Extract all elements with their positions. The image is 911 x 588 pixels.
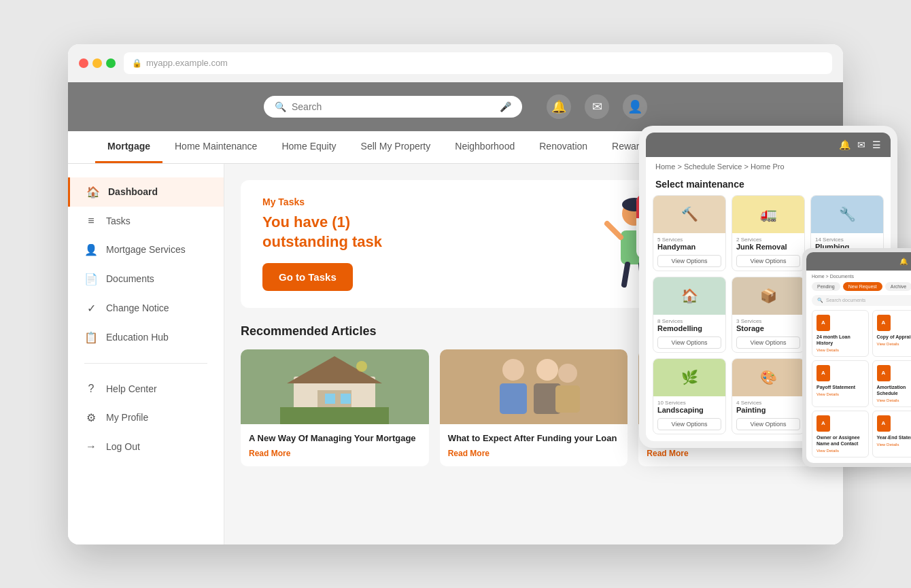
task-title: You have (1) outstanding task — [262, 213, 382, 252]
svg-rect-22 — [555, 385, 580, 413]
task-title-suffix: outstanding task — [262, 233, 382, 250]
storage-view-btn[interactable]: View Options — [736, 336, 800, 349]
phone-tab-archive[interactable]: Archive — [885, 282, 911, 291]
sidebar-item-logout[interactable]: → Log Out — [68, 432, 224, 461]
article-body-1: A New Way Of Managing Your Mortgage Read… — [241, 424, 429, 466]
article-readmore-2[interactable]: Read More — [448, 449, 620, 458]
mic-icon[interactable]: 🎤 — [500, 101, 511, 112]
sidebar-label-help: Help Center — [106, 383, 157, 394]
painting-count: 4 Services — [736, 400, 800, 406]
sidebar-label-dashboard: Dashboard — [108, 186, 158, 197]
go-tasks-button[interactable]: Go to Tasks — [262, 263, 353, 291]
doc-link-payoff[interactable]: View Details — [817, 392, 864, 396]
doc-name-payoff: Payoff Statement — [817, 384, 864, 390]
svg-point-14 — [356, 361, 367, 372]
sidebar-item-education-hub[interactable]: 📋 Education Hub — [68, 323, 224, 352]
doc-name-appraisal: Copy of Appraisal — [877, 334, 912, 340]
article-card-1: A New Way Of Managing Your Mortgage Read… — [241, 349, 429, 466]
task-count: (1) — [332, 213, 350, 230]
doc-link-owner[interactable]: View Details — [817, 449, 864, 453]
task-label: My Tasks — [262, 196, 382, 207]
sidebar-item-change-notice[interactable]: ✓ Change Notice — [68, 294, 224, 323]
tab-renovation[interactable]: Renovation — [527, 131, 600, 163]
landscaping-body: 10 Services Landscaping View Options — [653, 396, 725, 434]
tablet-bell-icon[interactable]: 🔔 — [839, 139, 850, 150]
task-title-prefix: You have — [262, 213, 332, 230]
sidebar-item-mortgage-services[interactable]: 👤 Mortgage Services — [68, 235, 224, 264]
house-image — [280, 349, 389, 424]
doc-icon-owner: A — [817, 415, 830, 432]
help-icon: ? — [84, 383, 98, 395]
remodelling-view-btn[interactable]: View Options — [657, 336, 721, 349]
svg-point-17 — [502, 359, 524, 381]
documents-icon: 📄 — [84, 273, 98, 286]
article-readmore-1[interactable]: Read More — [249, 449, 421, 458]
sidebar-item-tasks[interactable]: ≡ Tasks — [68, 207, 224, 235]
tablet-service-painting: 🎨 4 Services Painting View Options — [732, 358, 805, 434]
tablet-menu-icon[interactable]: ☰ — [872, 139, 881, 150]
sidebar-item-documents[interactable]: 📄 Documents — [68, 264, 224, 294]
article-readmore-3[interactable]: Read More — [647, 449, 819, 458]
junk-img: 🚛 — [732, 196, 804, 233]
tablet-service-storage: 📦 3 Services Storage View Options — [732, 277, 805, 353]
tablet-header: 🔔 ✉ ☰ — [646, 133, 891, 157]
sidebar-item-dashboard[interactable]: 🏠 Dashboard — [68, 177, 224, 207]
storage-count: 3 Services — [736, 318, 800, 324]
home-icon: 🏠 — [86, 186, 100, 198]
app-header: 🔍 🎤 🔔 ✉ 👤 — [68, 82, 843, 131]
maximize-dot[interactable] — [106, 58, 116, 68]
remodelling-name: Remodelling — [657, 324, 721, 332]
article-title-2: What to Expect After Funding your Loan — [448, 432, 620, 445]
minimize-dot[interactable] — [92, 58, 102, 68]
tab-home-equity[interactable]: Home Equity — [269, 131, 348, 163]
phone-overlay: 🔔 ✉ ☰ Home > Documents Pending New Reque… — [802, 248, 911, 468]
user-icon[interactable]: 👤 — [623, 94, 647, 119]
sidebar-item-help[interactable]: ? Help Center — [68, 375, 224, 403]
notifications-icon[interactable]: 🔔 — [547, 94, 571, 119]
painting-img: 🎨 — [732, 359, 804, 396]
phone-doc-amortization: A Amortization Schedule View Details — [872, 360, 912, 407]
browser-addressbar[interactable]: 🔒 myapp.example.com — [124, 52, 832, 74]
svg-point-19 — [536, 359, 558, 381]
storage-img: 📦 — [732, 277, 804, 315]
tablet-service-landscaping: 🌿 10 Services Landscaping View Options — [653, 358, 726, 434]
close-dot[interactable] — [79, 58, 88, 68]
tab-home-maintenance[interactable]: Home Maintenance — [162, 131, 269, 163]
handyman-view-btn[interactable]: View Options — [657, 255, 721, 267]
landscaping-view-btn[interactable]: View Options — [657, 418, 721, 430]
messages-icon[interactable]: ✉ — [585, 94, 609, 119]
search-input[interactable] — [292, 101, 494, 112]
tablet-breadcrumb-text: Home > Schedule Service > Home Pro — [655, 162, 785, 171]
sidebar-item-profile[interactable]: ⚙ My Profile — [68, 403, 224, 432]
doc-link-yearend[interactable]: View Details — [877, 443, 912, 447]
svg-rect-15 — [280, 407, 389, 424]
landscaping-name: Landscaping — [657, 406, 721, 414]
doc-icon-appraisal: A — [877, 315, 891, 331]
mortgage-icon: 👤 — [84, 243, 98, 256]
header-icons: 🔔 ✉ 👤 — [547, 94, 647, 119]
phone-bell-icon[interactable]: 🔔 — [899, 258, 908, 265]
phone-header: 🔔 ✉ ☰ — [806, 252, 911, 271]
phone-search[interactable]: 🔍 Search documents ⊞ ☰ — [812, 295, 911, 306]
tablet-mail-icon[interactable]: ✉ — [857, 139, 865, 150]
plumbing-img: 🔧 — [811, 196, 883, 233]
tab-mortgage[interactable]: Mortgage — [95, 131, 162, 163]
doc-name-amortization: Amortization Schedule — [877, 384, 912, 396]
phone-inner: 🔔 ✉ ☰ Home > Documents Pending New Reque… — [806, 252, 911, 464]
tab-neighborhood[interactable]: Neighborhood — [443, 131, 527, 163]
svg-rect-12 — [341, 394, 351, 404]
tab-sell-property[interactable]: Sell My Property — [349, 131, 443, 163]
doc-link-appraisal[interactable]: View Details — [877, 342, 912, 346]
junk-view-btn[interactable]: View Options — [736, 255, 800, 267]
tablet-service-remodelling: 🏠 8 Services Remodelling View Options — [653, 277, 726, 353]
article-img-2 — [440, 349, 628, 424]
browser-window: 🔒 myapp.example.com 🔍 🎤 🔔 ✉ 👤 Mortgage H… — [68, 44, 843, 544]
doc-link-amortization[interactable]: View Details — [877, 398, 912, 402]
doc-link-loan[interactable]: View Details — [817, 348, 864, 352]
phone-tab-pending[interactable]: Pending — [812, 282, 840, 291]
phone-tab-new-request[interactable]: New Request — [843, 282, 882, 291]
sidebar-label-profile: My Profile — [106, 412, 148, 423]
painting-view-btn[interactable]: View Options — [736, 418, 800, 430]
svg-line-5 — [624, 264, 628, 285]
search-bar[interactable]: 🔍 🎤 — [264, 96, 522, 118]
